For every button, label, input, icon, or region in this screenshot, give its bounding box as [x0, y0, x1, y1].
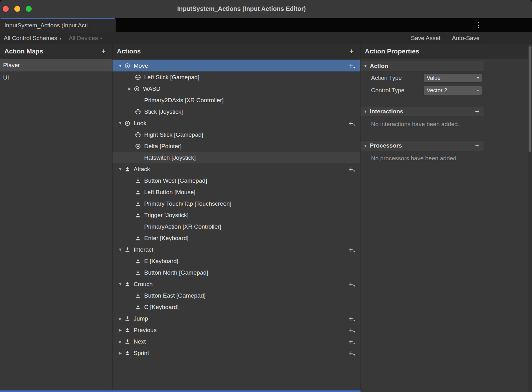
save-asset-button[interactable]: Save Asset: [405, 32, 446, 44]
expander-collapsed-icon[interactable]: ▶: [117, 316, 124, 321]
control-schemes-dropdown[interactable]: All Control Schemes ▾: [0, 32, 65, 44]
expander-collapsed-icon[interactable]: ▶: [126, 86, 133, 91]
processors-empty-message: No processors have been added.: [360, 151, 484, 165]
binding-row[interactable]: Delta [Pointer]: [112, 140, 360, 152]
action-type-value: Value: [427, 75, 441, 81]
action-label: Jump: [134, 315, 148, 322]
action-properties-panel: Action Properties ▼ Action Action Type V…: [360, 44, 532, 392]
action-section-header[interactable]: ▼ Action: [360, 61, 484, 71]
binding-row[interactable]: Button West [Gamepad]: [112, 175, 360, 186]
close-window-button[interactable]: [3, 6, 9, 12]
stick-control-icon: [135, 74, 141, 80]
add-action-button[interactable]: +: [347, 47, 355, 56]
add-action-map-button[interactable]: +: [99, 47, 108, 56]
expander-expanded-icon[interactable]: ▼: [117, 247, 124, 252]
action-map-item-player[interactable]: Player: [0, 59, 112, 71]
action-section-title: Action: [370, 63, 388, 70]
value-action-icon: [134, 86, 140, 92]
value-action-icon: [135, 143, 141, 149]
add-binding-button[interactable]: +▾: [349, 281, 355, 287]
binding-row[interactable]: Button East [Gamepad]: [112, 290, 360, 301]
binding-label: Right Stick [Gamepad]: [144, 131, 203, 138]
add-binding-button[interactable]: +▾: [349, 350, 355, 356]
binding-row[interactable]: ▶WASD: [112, 83, 360, 94]
section-gap: [360, 96, 484, 104]
no-icon: [135, 224, 141, 230]
auto-save-toggle[interactable]: Auto-Save: [446, 32, 485, 44]
binding-row[interactable]: Hatswitch [Joystick]: [112, 152, 360, 163]
toolbar: All Control Schemes ▾ All Devices ▾ Save…: [0, 32, 532, 44]
binding-row[interactable]: Primary2DAxis [XR Controller]: [112, 94, 360, 106]
add-binding-button[interactable]: +▾: [349, 316, 355, 322]
binding-row[interactable]: E [Keyboard]: [112, 255, 360, 267]
binding-row[interactable]: Enter [Keyboard]: [112, 232, 360, 244]
add-binding-button[interactable]: +▾: [349, 120, 355, 126]
binding-label: PrimaryAction [XR Controller]: [144, 223, 221, 230]
tab-inputsystem-actions[interactable]: InputSystem_Actions (Input Acti..: [0, 18, 116, 32]
add-interaction-button[interactable]: +: [474, 107, 480, 116]
action-row[interactable]: ▶Jump+▾: [112, 313, 360, 324]
action-map-item-ui[interactable]: UI: [0, 71, 112, 84]
control-type-dropdown[interactable]: Vector 2 ▾: [424, 86, 482, 95]
kebab-menu-icon[interactable]: ⋮: [474, 20, 483, 30]
binding-row[interactable]: Stick [Joystick]: [112, 106, 360, 117]
binding-row[interactable]: Button North [Gamepad]: [112, 267, 360, 278]
binding-row[interactable]: Trigger [Joystick]: [112, 209, 360, 221]
input-actions-editor-window: InputSystem_Actions (Input Actions Edito…: [0, 0, 532, 392]
editor-content: Action Maps + PlayerUI Actions + ▼Move+▾…: [0, 44, 532, 392]
toolbar-spacer: [106, 32, 405, 44]
action-maps-panel: Action Maps + PlayerUI: [0, 44, 112, 392]
binding-row[interactable]: Left Stick [Gamepad]: [112, 71, 360, 83]
foldout-expanded-icon: ▼: [364, 64, 370, 68]
chevron-down-icon: ▾: [477, 88, 479, 93]
action-row[interactable]: ▼Crouch+▾: [112, 278, 360, 290]
expander-expanded-icon[interactable]: ▼: [117, 63, 124, 68]
action-row[interactable]: ▼Attack+▾: [112, 163, 360, 175]
actions-title: Actions: [117, 48, 141, 55]
zoom-window-button[interactable]: [26, 6, 32, 12]
action-row[interactable]: ▼Interact+▾: [112, 244, 360, 255]
interactions-section-header[interactable]: ▼ Interactions +: [360, 106, 484, 117]
action-row[interactable]: ▼Look+▾: [112, 117, 360, 129]
binding-row[interactable]: C [Keyboard]: [112, 301, 360, 313]
expander-expanded-icon[interactable]: ▼: [117, 282, 124, 286]
binding-label: Hatswitch [Joystick]: [144, 154, 196, 161]
binding-row[interactable]: PrimaryAction [XR Controller]: [112, 221, 360, 232]
add-binding-button[interactable]: +▾: [349, 339, 355, 345]
action-type-dropdown[interactable]: Value ▾: [424, 73, 482, 83]
action-row[interactable]: ▶Sprint+▾: [112, 347, 360, 359]
scrollbar-thumb[interactable]: [529, 46, 531, 152]
binding-row[interactable]: Primary Touch/Tap [Touchscreen]: [112, 198, 360, 209]
devices-dropdown[interactable]: All Devices ▾: [65, 32, 106, 44]
expander-collapsed-icon[interactable]: ▶: [117, 328, 124, 332]
add-binding-button[interactable]: +▾: [349, 166, 355, 172]
expander-collapsed-icon[interactable]: ▶: [117, 339, 124, 344]
chevron-down-icon: ▾: [477, 76, 479, 80]
action-row[interactable]: ▼Move+▾: [112, 60, 360, 71]
expander-expanded-icon[interactable]: ▼: [117, 167, 124, 171]
expander-expanded-icon[interactable]: ▼: [117, 121, 124, 125]
action-maps-title: Action Maps: [4, 48, 43, 55]
action-row[interactable]: ▶Previous+▾: [112, 324, 360, 336]
section-gap: [360, 130, 484, 139]
vertical-scrollbar[interactable]: [528, 44, 532, 392]
control-type-field: Control Type Vector 2 ▾: [360, 84, 484, 96]
add-binding-button[interactable]: +▾: [349, 63, 355, 69]
action-maps-list: PlayerUI: [0, 59, 112, 84]
button-action-icon: [124, 316, 131, 322]
tab-label: InputSystem_Actions (Input Acti..: [4, 22, 91, 29]
add-binding-button[interactable]: +▾: [349, 327, 355, 333]
processors-section-header[interactable]: ▼ Processors +: [360, 140, 484, 151]
devices-label: All Devices: [69, 35, 98, 42]
binding-row[interactable]: Right Stick [Gamepad]: [112, 129, 360, 140]
tab-bar: InputSystem_Actions (Input Acti.. ⋮: [0, 18, 532, 32]
add-processor-button[interactable]: +: [474, 142, 480, 150]
minimize-window-button[interactable]: [14, 6, 20, 12]
binding-label: Trigger [Joystick]: [144, 212, 189, 219]
processors-section-title: Processors: [370, 142, 402, 149]
binding-row[interactable]: Left Button [Mouse]: [112, 186, 360, 198]
control-type-value: Vector 2: [427, 87, 447, 94]
expander-collapsed-icon[interactable]: ▶: [117, 351, 124, 355]
action-row[interactable]: ▶Next+▾: [112, 336, 360, 347]
add-binding-button[interactable]: +▾: [349, 247, 355, 253]
